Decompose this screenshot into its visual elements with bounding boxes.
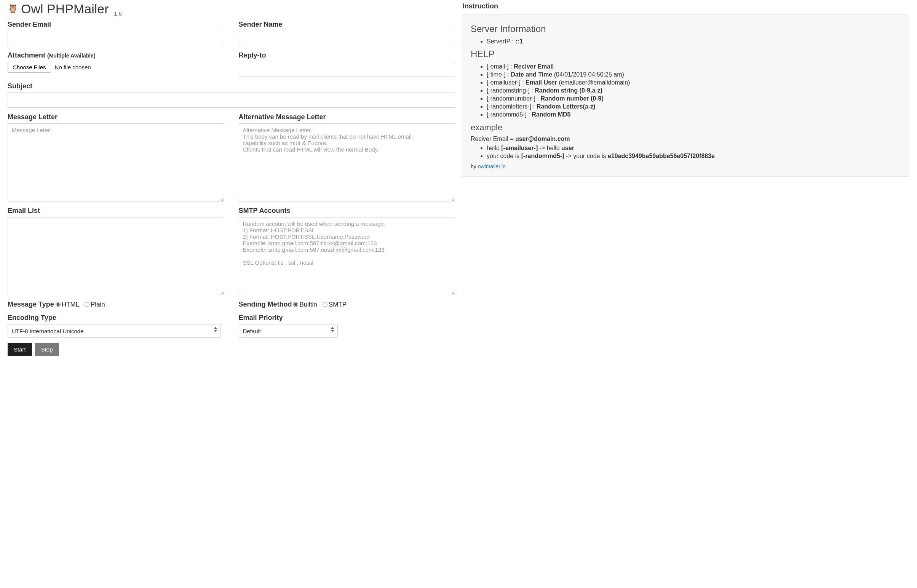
file-status-text: No file chosen — [55, 64, 91, 71]
help-heading: HELP — [471, 49, 903, 60]
example-item: hello [-emailuser-] -> hello user — [487, 145, 903, 152]
subject-label: Subject — [8, 82, 455, 90]
sending-method-group: Sending Method Builtin SMTP — [239, 300, 455, 309]
start-button[interactable]: Start — [8, 343, 32, 356]
smtp-accounts-textarea[interactable] — [239, 217, 455, 295]
sending-method-builtin-radio[interactable] — [293, 302, 298, 307]
sending-method-builtin-label: Builtin — [299, 301, 317, 309]
smtp-accounts-label: SMTP Accounts — [239, 207, 455, 215]
message-type-html-label: HTML — [62, 301, 79, 309]
alt-message-letter-label: Alternative Message Letter — [239, 113, 455, 121]
reply-to-input[interactable] — [239, 62, 455, 77]
version-text: 1.6 — [114, 10, 122, 17]
credit-line: by owlmailer.io — [471, 163, 903, 170]
subject-input[interactable] — [8, 92, 455, 108]
title-text: Owl PHPMailer — [21, 2, 108, 16]
server-info-heading: Server Information — [471, 24, 903, 34]
instruction-panel: Server Information ServerIP : ::1 HELP [… — [462, 14, 909, 177]
email-list-label: Email List — [8, 207, 224, 215]
owl-icon: 🦉 — [8, 4, 18, 14]
attachment-label: Attachment (Multiple Available) — [8, 52, 224, 60]
help-item: [-randomnumber-] : Random number (0-9) — [487, 95, 903, 102]
help-item: [-randomletters-] : Random Letters(a-z) — [487, 103, 903, 110]
receiver-example-line: Reciver Email = user@domain.com — [471, 136, 903, 142]
email-list-textarea[interactable] — [8, 217, 224, 295]
message-type-plain-radio[interactable] — [84, 302, 89, 307]
sending-method-smtp-radio[interactable] — [323, 302, 328, 307]
credit-link[interactable]: owlmailer.io — [478, 163, 506, 170]
encoding-type-label: Encoding Type — [8, 314, 224, 322]
email-priority-select[interactable]: Default — [239, 324, 338, 338]
help-item: [-emailuser-] : Email User (emailuser@em… — [487, 79, 903, 86]
sending-method-smtp-label: SMTP — [329, 301, 347, 309]
sender-name-label: Sender Name — [239, 21, 455, 29]
stop-button[interactable]: Stop — [35, 343, 59, 356]
message-type-group: Message Type HTML Plain — [8, 300, 224, 309]
email-priority-label: Email Priority — [239, 314, 455, 322]
example-heading: example — [471, 123, 903, 132]
encoding-type-select[interactable]: UTF-8 International Unicode — [8, 324, 221, 338]
sender-email-input[interactable] — [8, 31, 224, 46]
instruction-heading: Instruction — [463, 2, 909, 10]
help-item: [-randomstring-] : Random string (0-9,a-… — [487, 87, 903, 94]
message-letter-label: Message Letter — [8, 113, 224, 121]
message-letter-textarea[interactable] — [8, 123, 224, 202]
alt-message-letter-textarea[interactable] — [239, 123, 455, 202]
message-type-html-radio[interactable] — [56, 302, 61, 307]
sender-name-input[interactable] — [239, 31, 455, 46]
help-item: [-email-] : Reciver Email — [487, 63, 903, 70]
choose-files-button[interactable]: Choose Files — [8, 62, 51, 73]
message-type-plain-label: Plain — [90, 301, 105, 309]
reply-to-label: Reply-to — [239, 52, 455, 60]
server-ip-line: ServerIP : ::1 — [487, 38, 903, 45]
example-item: your code is [-randommd5-] -> your code … — [487, 153, 903, 160]
help-item: [-time-] : Date and Time (04/01/2019 04:… — [487, 71, 903, 78]
help-item: [-randommd5-] : Random MD5 — [487, 111, 903, 118]
sender-email-label: Sender Email — [8, 21, 224, 29]
app-title: 🦉 Owl PHPMailer 1.6 — [8, 2, 455, 15]
